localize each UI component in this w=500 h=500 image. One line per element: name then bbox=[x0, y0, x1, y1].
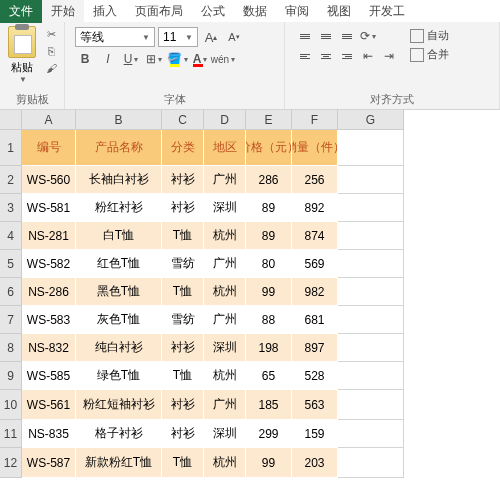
cell[interactable]: 99 bbox=[246, 278, 292, 306]
cell[interactable]: 粉红衬衫 bbox=[76, 194, 162, 222]
increase-font-button[interactable]: A▴ bbox=[201, 27, 221, 47]
cell[interactable]: 广州 bbox=[204, 306, 246, 334]
row-header-5[interactable]: 5 bbox=[0, 250, 22, 278]
cell[interactable]: 88 bbox=[246, 306, 292, 334]
cell[interactable]: NS-286 bbox=[22, 278, 76, 306]
copy-button[interactable]: ⎘ bbox=[42, 43, 60, 59]
font-color-button[interactable]: A▾ bbox=[190, 49, 210, 69]
font-size-select[interactable]: 11▼ bbox=[158, 27, 198, 47]
cell[interactable]: 衬衫 bbox=[162, 166, 204, 194]
align-left-button[interactable] bbox=[295, 47, 315, 65]
align-top-button[interactable] bbox=[295, 27, 315, 45]
cell[interactable]: NS-835 bbox=[22, 420, 76, 448]
cell[interactable]: WS-583 bbox=[22, 306, 76, 334]
cell[interactable]: 159 bbox=[292, 420, 338, 448]
row-header-7[interactable]: 7 bbox=[0, 306, 22, 334]
italic-button[interactable]: I bbox=[98, 49, 118, 69]
cell[interactable]: T恤 bbox=[162, 222, 204, 250]
cell[interactable]: 粉红短袖衬衫 bbox=[76, 390, 162, 420]
cell[interactable]: 89 bbox=[246, 222, 292, 250]
phonetic-button[interactable]: wén▾ bbox=[213, 49, 233, 69]
cell[interactable]: WS-560 bbox=[22, 166, 76, 194]
cell[interactable]: 深圳 bbox=[204, 420, 246, 448]
cell[interactable]: NS-832 bbox=[22, 334, 76, 362]
cell[interactable]: 长袖白衬衫 bbox=[76, 166, 162, 194]
row-header-9[interactable]: 9 bbox=[0, 362, 22, 390]
cell[interactable]: 256 bbox=[292, 166, 338, 194]
cell[interactable]: 价格（元） bbox=[246, 130, 292, 166]
cell[interactable]: 格子衬衫 bbox=[76, 420, 162, 448]
cell[interactable] bbox=[338, 362, 404, 390]
cell[interactable]: 广州 bbox=[204, 250, 246, 278]
cell-grid[interactable]: 编号产品名称分类地区价格（元）销量（件）WS-560长袖白衬衫衬衫广州28625… bbox=[22, 130, 500, 478]
cell[interactable] bbox=[338, 306, 404, 334]
cell[interactable]: 80 bbox=[246, 250, 292, 278]
cell[interactable]: 874 bbox=[292, 222, 338, 250]
cell[interactable]: 563 bbox=[292, 390, 338, 420]
cell[interactable]: 白T恤 bbox=[76, 222, 162, 250]
col-header-B[interactable]: B bbox=[76, 110, 162, 130]
merge-button[interactable]: 合并 bbox=[407, 46, 452, 63]
cell[interactable]: 衬衫 bbox=[162, 334, 204, 362]
col-header-C[interactable]: C bbox=[162, 110, 204, 130]
cell[interactable]: 衬衫 bbox=[162, 420, 204, 448]
format-painter-button[interactable]: 🖌 bbox=[42, 60, 60, 76]
cell[interactable]: 地区 bbox=[204, 130, 246, 166]
cell[interactable]: 黑色T恤 bbox=[76, 278, 162, 306]
cell[interactable] bbox=[338, 222, 404, 250]
cell[interactable] bbox=[338, 420, 404, 448]
cell[interactable]: 681 bbox=[292, 306, 338, 334]
row-header-12[interactable]: 12 bbox=[0, 448, 22, 478]
cell[interactable]: T恤 bbox=[162, 278, 204, 306]
tab-review[interactable]: 审阅 bbox=[276, 0, 318, 23]
row-header-6[interactable]: 6 bbox=[0, 278, 22, 306]
cell[interactable]: 红色T恤 bbox=[76, 250, 162, 278]
font-name-select[interactable]: 等线▼ bbox=[75, 27, 155, 47]
orientation-button[interactable]: ⟳▾ bbox=[358, 27, 378, 45]
cell[interactable]: 灰色T恤 bbox=[76, 306, 162, 334]
cell[interactable]: 深圳 bbox=[204, 194, 246, 222]
cell[interactable] bbox=[338, 390, 404, 420]
cell[interactable] bbox=[338, 250, 404, 278]
row-header-11[interactable]: 11 bbox=[0, 420, 22, 448]
tab-formulas[interactable]: 公式 bbox=[192, 0, 234, 23]
cell[interactable]: 产品名称 bbox=[76, 130, 162, 166]
decrease-font-button[interactable]: A▾ bbox=[224, 27, 244, 47]
cell[interactable]: WS-561 bbox=[22, 390, 76, 420]
cell[interactable]: 569 bbox=[292, 250, 338, 278]
cell[interactable]: 198 bbox=[246, 334, 292, 362]
row-header-2[interactable]: 2 bbox=[0, 166, 22, 194]
cell[interactable]: 299 bbox=[246, 420, 292, 448]
cell[interactable]: 982 bbox=[292, 278, 338, 306]
cell[interactable]: 编号 bbox=[22, 130, 76, 166]
underline-button[interactable]: U▾ bbox=[121, 49, 141, 69]
cell[interactable]: 杭州 bbox=[204, 448, 246, 478]
cell[interactable]: 286 bbox=[246, 166, 292, 194]
indent-increase-button[interactable]: ⇥ bbox=[379, 47, 399, 65]
cell[interactable]: 广州 bbox=[204, 390, 246, 420]
tab-home[interactable]: 开始 bbox=[42, 0, 84, 23]
cell[interactable]: 203 bbox=[292, 448, 338, 478]
select-all-corner[interactable] bbox=[0, 110, 22, 130]
cell[interactable]: 897 bbox=[292, 334, 338, 362]
paste-button[interactable]: 粘贴 ▼ bbox=[4, 24, 40, 86]
cell[interactable]: 广州 bbox=[204, 166, 246, 194]
cell[interactable]: 雪纺 bbox=[162, 306, 204, 334]
cell[interactable]: WS-585 bbox=[22, 362, 76, 390]
wrap-text-button[interactable]: 自动 bbox=[407, 27, 452, 44]
cell[interactable]: WS-582 bbox=[22, 250, 76, 278]
cell[interactable]: 衬衫 bbox=[162, 390, 204, 420]
cell[interactable]: 528 bbox=[292, 362, 338, 390]
row-header-3[interactable]: 3 bbox=[0, 194, 22, 222]
cell[interactable]: 杭州 bbox=[204, 222, 246, 250]
cell[interactable]: 雪纺 bbox=[162, 250, 204, 278]
cell[interactable] bbox=[338, 194, 404, 222]
col-header-F[interactable]: F bbox=[292, 110, 338, 130]
cell[interactable]: 深圳 bbox=[204, 334, 246, 362]
cell[interactable]: NS-281 bbox=[22, 222, 76, 250]
row-header-8[interactable]: 8 bbox=[0, 334, 22, 362]
col-header-G[interactable]: G bbox=[338, 110, 404, 130]
cell[interactable]: 99 bbox=[246, 448, 292, 478]
cell[interactable]: 杭州 bbox=[204, 362, 246, 390]
row-header-4[interactable]: 4 bbox=[0, 222, 22, 250]
